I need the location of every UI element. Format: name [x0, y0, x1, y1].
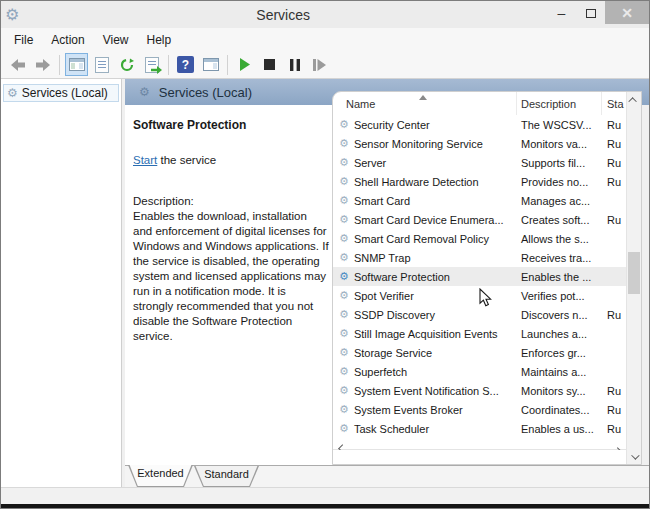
- service-row[interactable]: ⚙Server Supports fil... Ru: [333, 153, 626, 172]
- scroll-up-arrow[interactable]: [627, 92, 641, 107]
- menu-view[interactable]: View: [94, 31, 138, 49]
- service-name: Shell Hardware Detection: [354, 176, 479, 188]
- restart-service-button[interactable]: [308, 53, 331, 76]
- services-gear-icon: ⚙: [139, 86, 150, 98]
- vertical-scroll-thumb[interactable]: [628, 252, 640, 294]
- window-title: Services: [19, 7, 547, 23]
- service-description: Verifies pot...: [517, 290, 602, 302]
- service-row[interactable]: ⚙Security Center The WSCSV... Ru: [333, 115, 626, 134]
- service-gear-icon: ⚙: [339, 404, 349, 415]
- service-name: System Events Broker: [354, 404, 463, 416]
- service-description: Launches a...: [517, 328, 602, 340]
- view-tabbar: Extended Standard: [125, 465, 649, 487]
- service-row[interactable]: ⚙Superfetch Maintains a...: [333, 362, 626, 381]
- titlebar: ⚙ Services – ✕: [1, 1, 649, 28]
- status-bar: [1, 487, 649, 504]
- service-status: Ru: [602, 157, 626, 169]
- service-status: Ru: [602, 385, 626, 397]
- minimize-button[interactable]: –: [547, 1, 576, 25]
- close-button[interactable]: ✕: [605, 1, 649, 24]
- menu-action[interactable]: Action: [42, 31, 93, 49]
- service-name: Sensor Monitoring Service: [354, 138, 483, 150]
- service-gear-icon: ⚙: [339, 138, 349, 149]
- tab-standard[interactable]: Standard: [194, 466, 259, 487]
- menu-bar: File Action View Help: [1, 28, 649, 51]
- description-text: Enables the download, installation and e…: [133, 209, 329, 344]
- vertical-scrollbar[interactable]: [626, 92, 641, 464]
- service-description: Enables the ...: [517, 271, 602, 283]
- list-header: Name Description Sta: [333, 92, 626, 115]
- service-description: Enables a us...: [517, 423, 602, 435]
- panel-body: ⚙ Services (Local) Software Protection S…: [125, 79, 649, 465]
- show-action-pane-button[interactable]: [199, 53, 222, 76]
- service-row[interactable]: ⚙Smart Card Manages ac...: [333, 191, 626, 210]
- service-gear-icon: ⚙: [339, 195, 349, 206]
- services-gear-icon: ⚙: [5, 7, 19, 23]
- toolbar-separator: [227, 55, 228, 75]
- pause-service-button[interactable]: [283, 53, 306, 76]
- service-row[interactable]: ⚙Smart Card Removal Policy Allows the s.…: [333, 229, 626, 248]
- service-name: Storage Service: [354, 347, 432, 359]
- stop-service-button[interactable]: [258, 53, 281, 76]
- forward-icon: [35, 58, 51, 72]
- maximize-button[interactable]: [576, 1, 605, 25]
- service-gear-icon: ⚙: [339, 271, 349, 282]
- help-icon: ?: [177, 56, 194, 73]
- service-row[interactable]: ⚙Spot Verifier Verifies pot...: [333, 286, 626, 305]
- service-row[interactable]: ⚙System Event Notification S... Monitors…: [333, 381, 626, 400]
- tree-item-services-local[interactable]: ⚙ Services (Local): [3, 84, 119, 102]
- main-panel: ⚙ Services (Local) Software Protection S…: [125, 79, 649, 487]
- service-description: Monitors va...: [517, 138, 602, 150]
- service-description: Creates soft...: [517, 214, 602, 226]
- service-row[interactable]: ⚙Storage Service Enforces gr...: [333, 343, 626, 362]
- description-label: Description:: [133, 194, 329, 209]
- service-name: Smart Card Removal Policy: [354, 233, 489, 245]
- service-description: Enforces gr...: [517, 347, 602, 359]
- service-name: System Event Notification S...: [354, 385, 499, 397]
- service-row[interactable]: ⚙Sensor Monitoring Service Monitors va..…: [333, 134, 626, 153]
- service-status: Ru: [602, 423, 626, 435]
- console-tree-icon: [69, 58, 85, 71]
- service-row[interactable]: ⚙Task Scheduler Enables a us... Ru: [333, 419, 626, 438]
- service-row[interactable]: ⚙Smart Card Device Enumera... Creates so…: [333, 210, 626, 229]
- service-status: Ru: [602, 176, 626, 188]
- horizontal-scrollbar[interactable]: [333, 449, 626, 450]
- column-header-description[interactable]: Description: [517, 92, 602, 115]
- start-service-icon: [239, 58, 251, 71]
- service-gear-icon: ⚙: [339, 366, 349, 377]
- scroll-down-arrow[interactable]: [627, 449, 641, 464]
- stop-service-icon: [264, 59, 275, 70]
- service-gear-icon: ⚙: [339, 119, 349, 130]
- refresh-button[interactable]: [115, 53, 138, 76]
- services-header-title: Services (Local): [159, 85, 252, 100]
- menu-file[interactable]: File: [5, 31, 42, 49]
- maximize-icon: [586, 9, 596, 18]
- services-gear-icon: ⚙: [7, 87, 18, 99]
- service-status: Ru: [602, 309, 626, 321]
- service-row[interactable]: ⚙SNMP Trap Receives tra...: [333, 248, 626, 267]
- back-button[interactable]: [6, 53, 29, 76]
- start-service-link[interactable]: Start: [133, 154, 157, 166]
- pause-service-icon: [290, 59, 300, 71]
- tab-extended[interactable]: Extended: [128, 465, 193, 487]
- toolbar: ?: [1, 51, 649, 79]
- export-list-button[interactable]: [140, 53, 163, 76]
- service-row[interactable]: ⚙Shell Hardware Detection Provides no...…: [333, 172, 626, 191]
- properties-button[interactable]: [90, 53, 113, 76]
- column-header-status[interactable]: Sta: [602, 92, 626, 115]
- service-gear-icon: ⚙: [339, 233, 349, 244]
- menu-help[interactable]: Help: [138, 31, 181, 49]
- service-row[interactable]: ⚙System Events Broker Coordinates... Ru: [333, 400, 626, 419]
- service-name: Task Scheduler: [354, 423, 429, 435]
- start-service-button[interactable]: [233, 53, 256, 76]
- service-description-block: Description: Enables the download, insta…: [133, 194, 329, 344]
- service-row[interactable]: ⚙Software Protection Enables the ...: [333, 267, 626, 286]
- show-console-tree-button[interactable]: [65, 53, 88, 76]
- forward-button[interactable]: [31, 53, 54, 76]
- console-tree: ⚙ Services (Local): [1, 79, 122, 487]
- service-row[interactable]: ⚙Still Image Acquisition Events Launches…: [333, 324, 626, 343]
- service-name: Smart Card: [354, 195, 410, 207]
- service-description: Supports fil...: [517, 157, 602, 169]
- help-button[interactable]: ?: [174, 53, 197, 76]
- service-row[interactable]: ⚙SSDP Discovery Discovers n... Ru: [333, 305, 626, 324]
